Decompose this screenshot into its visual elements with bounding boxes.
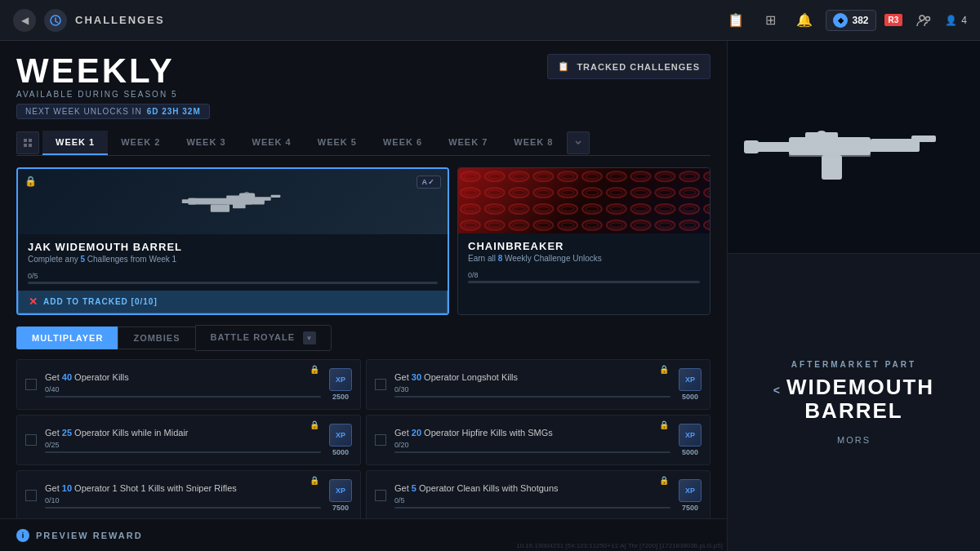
challenge-checkbox-1[interactable] [25,379,37,390]
tracked-label: TRACKED CHALLENGES [577,62,700,72]
svg-rect-3 [24,139,27,142]
svg-rect-12 [233,203,246,208]
challenge-bar-1 [45,396,321,398]
challenge-lock-3: 🔒 [310,420,319,429]
challenges-icon [44,9,67,32]
top-bar-right: 📋 ⊞ 🔔 ◆ 382 R3 👤 4 [723,7,967,33]
challenge-bar-5 [45,507,321,509]
challenge-checkbox-6[interactable] [375,490,386,501]
svg-rect-25 [744,140,759,153]
xp-icon-3: XP [329,424,352,447]
mors-label: MORS [837,435,871,445]
tab-week-5[interactable]: WEEK 5 [305,131,370,155]
xp-icon-6: XP [679,479,702,502]
challenge-desc-2: Get 30 Operator Longshot Kills [394,371,670,383]
challenge-item[interactable]: Get 25 Operator Kills while in Midair 0/… [16,415,361,465]
challenge-checkbox-3[interactable] [25,434,37,446]
xp-icon-4: XP [679,424,702,447]
challenge-lock-2: 🔒 [659,365,669,374]
mode-tabs: MULTIPLAYER ZOMBIES BATTLE ROYALE ▼ [16,325,710,351]
challenge-lock-1: 🔒 [310,365,319,374]
weekly-title: WEEKLY [16,54,210,88]
challenge-item[interactable]: Get 40 Operator Kills 0/40 🔒 XP 2500 [16,359,361,410]
battle-royale-icon: ▼ [303,331,316,344]
right-panel: AFTERMARKET PART < WIDEMOUTH BARREL MORS [727,41,980,551]
x-icon: ✕ [29,295,38,308]
tab-week-7[interactable]: WEEK 7 [435,131,501,155]
tab-week-1[interactable]: WEEK 1 [42,131,108,155]
primary-progress-bar [28,282,438,284]
secondary-progress-text: 0/8 [468,271,700,279]
back-button[interactable]: ◀ [13,9,36,32]
challenge-checkbox-2[interactable] [375,379,386,390]
tab-week-2[interactable]: WEEK 2 [108,131,173,155]
challenge-item[interactable]: Get 30 Operator Longshot Kills 0/30 🔒 XP… [366,359,710,410]
right-panel-weapon-display [728,41,980,253]
tab-week-4[interactable]: WEEK 4 [239,131,305,155]
challenge-desc-6: Get 5 Operator Clean Kills with Shotguns [394,482,670,494]
tab-zombies[interactable]: ZOMBIES [118,327,194,349]
week-tab-icon-left [16,131,39,154]
challenge-checkbox-4[interactable] [375,434,386,446]
challenge-progress-5: 0/10 [45,496,321,504]
primary-card-desc: Complete any 5 Challenges from Week 1 [28,255,438,264]
xp-value-4: 5000 [682,448,698,456]
tab-week-3[interactable]: WEEK 3 [173,131,238,155]
player-count: 👤 4 [945,15,967,26]
weekly-title-block: WEEKLY AVAILABLE DURING SEASON 5 NEXT WE… [16,54,210,119]
tracked-challenges-button[interactable]: 📋 TRACKED CHALLENGES [547,54,710,79]
page-title: CHALLENGES [75,14,165,26]
secondary-reward-card[interactable]: 🔒 CHAINBREAKER [457,167,710,315]
primary-reward-card[interactable]: 🔒 A✓ [16,167,449,315]
challenge-xp-2: XP 5000 [679,368,702,401]
add-tracked-button[interactable]: ✕ ADD TO TRACKED [0/10] [18,291,448,313]
top-bar: ◀ CHALLENGES 📋 ⊞ 🔔 ◆ 382 R3 👤 4 [0,0,980,41]
svg-rect-11 [211,205,229,212]
debug-info: 10.16.19004231 [54:123:11250+11:A] Thr [… [516,542,723,549]
card-info-secondary: CHAINBREAKER Earn all 8 Weekly Challenge… [458,233,710,268]
challenge-checkbox-5[interactable] [25,490,37,501]
challenge-text-5: Get 10 Operator 1 Shot 1 Kills with Snip… [45,482,321,509]
challenge-item[interactable]: Get 20 Operator Hipfire Kills with SMGs … [366,415,710,465]
currency-badge[interactable]: ◆ 382 [826,10,875,31]
challenge-item[interactable]: Get 10 Operator 1 Shot 1 Kills with Snip… [16,470,361,521]
grid-icon[interactable]: ⊞ [757,7,783,33]
challenge-desc-3: Get 25 Operator Kills while in Midair [45,427,321,438]
challenge-desc-5: Get 10 Operator 1 Shot 1 Kills with Snip… [45,482,321,494]
currency-value: 382 [852,15,868,26]
player-icon: 👤 [945,15,957,26]
tracked-icon: 📋 [558,61,570,72]
main-content: WEEKLY AVAILABLE DURING SEASON 5 NEXT WE… [0,41,980,551]
clipboard-icon[interactable]: 📋 [723,7,749,33]
tab-battle-royale[interactable]: BATTLE ROYALE ▼ [195,325,332,351]
svg-rect-6 [29,144,32,147]
tab-week-8[interactable]: WEEK 8 [501,131,566,155]
challenge-xp-6: XP 7500 [679,479,702,512]
challenge-xp-1: XP 2500 [329,368,352,401]
aftermarket-label: AFTERMARKET PART [791,360,916,369]
social-icon[interactable] [911,7,937,33]
xp-value-1: 2500 [332,393,349,401]
currency-icon: ◆ [833,13,848,28]
challenge-item[interactable]: Get 5 Operator Clean Kills with Shotguns… [366,470,710,521]
preview-icon: i [16,529,29,542]
secondary-card-name: CHAINBREAKER [468,240,700,252]
challenge-progress-1: 0/40 [45,385,321,393]
challenge-text-4: Get 20 Operator Hipfire Kills with SMGs … [394,427,670,453]
tab-multiplayer[interactable]: MULTIPLAYER [16,327,118,349]
weekly-header: WEEKLY AVAILABLE DURING SEASON 5 NEXT WE… [16,54,710,119]
svg-point-2 [926,16,930,20]
challenge-lock-4: 🔒 [659,420,669,429]
challenge-xp-3: XP 5000 [329,424,352,456]
bell-icon[interactable]: 🔔 [791,7,817,33]
svg-rect-24 [911,136,936,142]
left-panel: WEEKLY AVAILABLE DURING SEASON 5 NEXT WE… [0,41,727,551]
challenge-bar-6 [394,507,670,509]
xp-value-3: 5000 [332,448,349,456]
challenge-bar-2 [394,396,670,398]
card-lock-icon: 🔒 [24,176,37,187]
challenge-desc-1: Get 40 Operator Kills [45,371,321,383]
tab-week-6[interactable]: WEEK 6 [370,131,435,155]
xp-icon-1: XP [329,368,352,391]
challenge-lock-5: 🔒 [310,476,319,485]
